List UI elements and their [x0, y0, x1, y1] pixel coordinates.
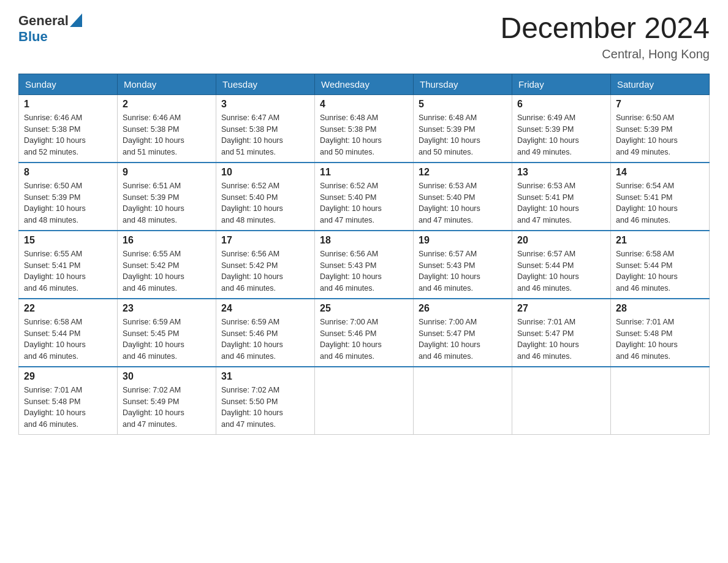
calendar-cell: 27Sunrise: 7:01 AMSunset: 5:47 PMDayligh… — [512, 299, 611, 367]
day-number: 30 — [123, 371, 211, 382]
logo-blue-text: Blue — [18, 29, 82, 44]
day-number: 4 — [320, 99, 408, 110]
calendar-week-row: 8Sunrise: 6:50 AMSunset: 5:39 PMDaylight… — [19, 163, 710, 231]
weekday-header-friday: Friday — [512, 74, 611, 94]
day-number: 27 — [517, 303, 605, 314]
title-section: December 2024 Central, Hong Kong — [500, 12, 710, 61]
calendar-cell: 4Sunrise: 6:48 AMSunset: 5:38 PMDaylight… — [315, 94, 414, 163]
day-info: Sunrise: 6:54 AMSunset: 5:41 PMDaylight:… — [616, 180, 704, 226]
calendar-cell: 25Sunrise: 7:00 AMSunset: 5:46 PMDayligh… — [315, 299, 414, 367]
calendar-cell: 15Sunrise: 6:55 AMSunset: 5:41 PMDayligh… — [19, 231, 118, 299]
day-info: Sunrise: 6:53 AMSunset: 5:41 PMDaylight:… — [517, 180, 605, 226]
logo-triangle-icon — [70, 13, 82, 27]
day-info: Sunrise: 7:02 AMSunset: 5:50 PMDaylight:… — [221, 385, 309, 431]
day-info: Sunrise: 6:57 AMSunset: 5:43 PMDaylight:… — [419, 248, 507, 294]
calendar-cell: 20Sunrise: 6:57 AMSunset: 5:44 PMDayligh… — [512, 231, 611, 299]
day-info: Sunrise: 6:46 AMSunset: 5:38 PMDaylight:… — [123, 112, 211, 158]
logo-general-text: General — [18, 13, 69, 28]
calendar-cell: 11Sunrise: 6:52 AMSunset: 5:40 PMDayligh… — [315, 163, 414, 231]
weekday-header-row: SundayMondayTuesdayWednesdayThursdayFrid… — [19, 74, 710, 94]
calendar-week-row: 22Sunrise: 6:58 AMSunset: 5:44 PMDayligh… — [19, 299, 710, 367]
day-number: 2 — [123, 99, 211, 110]
day-info: Sunrise: 6:48 AMSunset: 5:38 PMDaylight:… — [320, 112, 408, 158]
calendar-cell: 26Sunrise: 7:00 AMSunset: 5:47 PMDayligh… — [414, 299, 512, 367]
day-number: 8 — [24, 167, 112, 178]
day-number: 9 — [123, 167, 211, 178]
weekday-header-thursday: Thursday — [414, 74, 512, 94]
weekday-header-sunday: Sunday — [19, 74, 118, 94]
day-number: 5 — [419, 99, 507, 110]
day-info: Sunrise: 6:59 AMSunset: 5:46 PMDaylight:… — [221, 316, 309, 362]
day-number: 29 — [24, 371, 112, 382]
calendar-week-row: 15Sunrise: 6:55 AMSunset: 5:41 PMDayligh… — [19, 231, 710, 299]
calendar-cell: 30Sunrise: 7:02 AMSunset: 5:49 PMDayligh… — [118, 367, 216, 435]
day-info: Sunrise: 6:56 AMSunset: 5:43 PMDaylight:… — [320, 248, 408, 294]
calendar-table: SundayMondayTuesdayWednesdayThursdayFrid… — [18, 74, 710, 435]
weekday-header-tuesday: Tuesday — [216, 74, 315, 94]
day-info: Sunrise: 6:57 AMSunset: 5:44 PMDaylight:… — [517, 248, 605, 294]
day-info: Sunrise: 6:50 AMSunset: 5:39 PMDaylight:… — [616, 112, 704, 158]
day-number: 13 — [517, 167, 605, 178]
day-number: 3 — [221, 99, 309, 110]
calendar-cell: 28Sunrise: 7:01 AMSunset: 5:48 PMDayligh… — [611, 299, 710, 367]
day-number: 23 — [123, 303, 211, 314]
calendar-cell — [315, 367, 414, 435]
calendar-cell: 7Sunrise: 6:50 AMSunset: 5:39 PMDaylight… — [611, 94, 710, 163]
calendar-cell: 17Sunrise: 6:56 AMSunset: 5:42 PMDayligh… — [216, 231, 315, 299]
calendar-cell: 8Sunrise: 6:50 AMSunset: 5:39 PMDaylight… — [19, 163, 118, 231]
day-number: 20 — [517, 235, 605, 246]
day-info: Sunrise: 7:01 AMSunset: 5:48 PMDaylight:… — [24, 385, 112, 431]
day-number: 18 — [320, 235, 408, 246]
weekday-header-saturday: Saturday — [611, 74, 710, 94]
calendar-cell: 12Sunrise: 6:53 AMSunset: 5:40 PMDayligh… — [414, 163, 512, 231]
svg-marker-0 — [70, 13, 82, 27]
day-info: Sunrise: 6:49 AMSunset: 5:39 PMDaylight:… — [517, 112, 605, 158]
calendar-cell: 5Sunrise: 6:48 AMSunset: 5:39 PMDaylight… — [414, 94, 512, 163]
day-info: Sunrise: 6:55 AMSunset: 5:42 PMDaylight:… — [123, 248, 211, 294]
calendar-cell: 29Sunrise: 7:01 AMSunset: 5:48 PMDayligh… — [19, 367, 118, 435]
calendar-cell: 1Sunrise: 6:46 AMSunset: 5:38 PMDaylight… — [19, 94, 118, 163]
day-number: 6 — [517, 99, 605, 110]
day-info: Sunrise: 6:52 AMSunset: 5:40 PMDaylight:… — [320, 180, 408, 226]
weekday-header-wednesday: Wednesday — [315, 74, 414, 94]
day-number: 16 — [123, 235, 211, 246]
day-number: 7 — [616, 99, 704, 110]
day-info: Sunrise: 6:48 AMSunset: 5:39 PMDaylight:… — [419, 112, 507, 158]
calendar-cell — [512, 367, 611, 435]
calendar-cell: 21Sunrise: 6:58 AMSunset: 5:44 PMDayligh… — [611, 231, 710, 299]
day-info: Sunrise: 7:00 AMSunset: 5:47 PMDaylight:… — [419, 316, 507, 362]
day-info: Sunrise: 7:02 AMSunset: 5:49 PMDaylight:… — [123, 385, 211, 431]
calendar-cell: 13Sunrise: 6:53 AMSunset: 5:41 PMDayligh… — [512, 163, 611, 231]
calendar-cell: 22Sunrise: 6:58 AMSunset: 5:44 PMDayligh… — [19, 299, 118, 367]
calendar-cell: 16Sunrise: 6:55 AMSunset: 5:42 PMDayligh… — [118, 231, 216, 299]
day-number: 17 — [221, 235, 309, 246]
weekday-header-monday: Monday — [118, 74, 216, 94]
calendar-cell: 31Sunrise: 7:02 AMSunset: 5:50 PMDayligh… — [216, 367, 315, 435]
day-info: Sunrise: 6:58 AMSunset: 5:44 PMDaylight:… — [24, 316, 112, 362]
day-number: 21 — [616, 235, 704, 246]
day-number: 25 — [320, 303, 408, 314]
day-info: Sunrise: 7:01 AMSunset: 5:48 PMDaylight:… — [616, 316, 704, 362]
day-info: Sunrise: 6:51 AMSunset: 5:39 PMDaylight:… — [123, 180, 211, 226]
calendar-cell: 9Sunrise: 6:51 AMSunset: 5:39 PMDaylight… — [118, 163, 216, 231]
calendar-cell: 23Sunrise: 6:59 AMSunset: 5:45 PMDayligh… — [118, 299, 216, 367]
day-info: Sunrise: 6:53 AMSunset: 5:40 PMDaylight:… — [419, 180, 507, 226]
calendar-week-row: 29Sunrise: 7:01 AMSunset: 5:48 PMDayligh… — [19, 367, 710, 435]
day-number: 19 — [419, 235, 507, 246]
day-number: 15 — [24, 235, 112, 246]
day-info: Sunrise: 7:01 AMSunset: 5:47 PMDaylight:… — [517, 316, 605, 362]
day-info: Sunrise: 6:59 AMSunset: 5:45 PMDaylight:… — [123, 316, 211, 362]
day-number: 12 — [419, 167, 507, 178]
day-number: 28 — [616, 303, 704, 314]
day-number: 14 — [616, 167, 704, 178]
location-title: Central, Hong Kong — [500, 47, 710, 61]
calendar-cell: 6Sunrise: 6:49 AMSunset: 5:39 PMDaylight… — [512, 94, 611, 163]
month-title: December 2024 — [500, 12, 710, 45]
day-number: 24 — [221, 303, 309, 314]
day-number: 10 — [221, 167, 309, 178]
calendar-cell: 19Sunrise: 6:57 AMSunset: 5:43 PMDayligh… — [414, 231, 512, 299]
calendar-cell — [414, 367, 512, 435]
day-info: Sunrise: 7:00 AMSunset: 5:46 PMDaylight:… — [320, 316, 408, 362]
day-info: Sunrise: 6:52 AMSunset: 5:40 PMDaylight:… — [221, 180, 309, 226]
calendar-cell: 14Sunrise: 6:54 AMSunset: 5:41 PMDayligh… — [611, 163, 710, 231]
